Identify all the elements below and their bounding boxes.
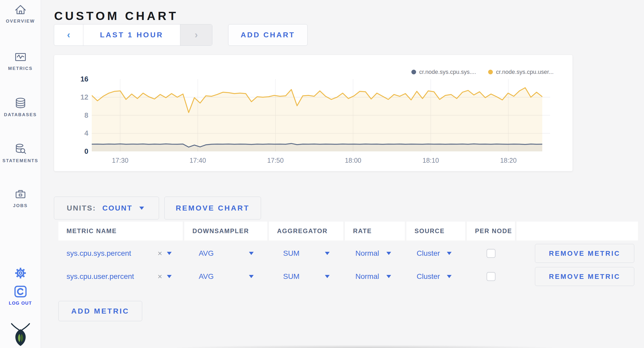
chevron-down-icon bbox=[167, 252, 172, 255]
time-range-next-button[interactable]: › bbox=[180, 24, 212, 45]
home-icon bbox=[13, 3, 28, 17]
remove-metric-button[interactable]: REMOVE METRIC bbox=[535, 244, 634, 263]
chevron-down-icon bbox=[386, 252, 391, 255]
column-header-per-node: PER NODE bbox=[467, 222, 515, 240]
legend-label: cr.node.sys.cpu.user... bbox=[496, 69, 554, 75]
metric-name-select[interactable]: sys.cpu.user.percent × bbox=[58, 272, 183, 281]
sidebar-item-label: DATABASES bbox=[0, 112, 41, 117]
legend-swatch bbox=[488, 70, 493, 74]
source-select[interactable]: Cluster bbox=[406, 272, 465, 281]
actions-cell: REMOVE METRIC bbox=[517, 244, 638, 263]
sidebar-item-jobs[interactable]: JOBS bbox=[0, 187, 41, 208]
actions-cell: REMOVE METRIC bbox=[517, 267, 638, 286]
cockroach-logo-icon bbox=[8, 322, 33, 346]
column-header-actions bbox=[517, 222, 638, 240]
aggregator-select[interactable]: SUM bbox=[269, 249, 343, 258]
chevron-down-icon bbox=[249, 252, 254, 255]
sidebar-item-databases[interactable]: DATABASES bbox=[0, 96, 41, 117]
sidebar-item-logout[interactable]: LOG OUT bbox=[0, 284, 41, 306]
per-node-checkbox[interactable] bbox=[487, 249, 495, 258]
jobs-icon bbox=[13, 187, 28, 201]
units-dropdown[interactable]: UNITS: COUNT bbox=[54, 197, 159, 219]
downsampler-select[interactable]: AVG bbox=[184, 272, 267, 281]
source-value: Cluster bbox=[417, 272, 440, 281]
sidebar-item-label: OVERVIEW bbox=[0, 19, 41, 24]
y-tick-label: 4 bbox=[69, 129, 88, 138]
chevron-down-icon bbox=[325, 275, 330, 278]
rate-select[interactable]: Normal bbox=[345, 249, 405, 258]
y-tick-label: 8 bbox=[69, 111, 88, 120]
legend-item[interactable]: cr.node.sys.cpu.sys.... bbox=[411, 69, 476, 75]
chevron-down-icon bbox=[167, 275, 172, 278]
metric-row: sys.cpu.sys.percent × AVG SUM Normal Clu… bbox=[58, 242, 638, 265]
time-range-picker: ‹ LAST 1 HOUR › bbox=[54, 24, 212, 46]
cockroach-c-icon bbox=[12, 284, 29, 300]
chevron-down-icon bbox=[447, 252, 452, 255]
remove-chart-button[interactable]: REMOVE CHART bbox=[164, 197, 261, 219]
sidebar-item-statements[interactable]: STATEMENTS bbox=[0, 142, 41, 163]
chevron-down-icon bbox=[325, 252, 330, 255]
chevron-down-icon bbox=[139, 207, 144, 210]
legend-item[interactable]: cr.node.sys.cpu.user... bbox=[488, 69, 554, 75]
downsampler-value: AVG bbox=[199, 249, 214, 258]
source-select[interactable]: Cluster bbox=[406, 249, 465, 258]
logout-label: LOG OUT bbox=[0, 301, 41, 306]
chevron-down-icon bbox=[386, 275, 391, 278]
y-tick-label: 0 bbox=[69, 147, 88, 156]
downsampler-select[interactable]: AVG bbox=[184, 249, 267, 258]
column-header-source: SOURCE bbox=[406, 222, 465, 240]
metric-name-select[interactable]: sys.cpu.sys.percent × bbox=[58, 249, 183, 258]
chevron-down-icon bbox=[249, 275, 254, 278]
time-range-label[interactable]: LAST 1 HOUR bbox=[83, 24, 180, 45]
sidebar-item-overview[interactable]: OVERVIEW bbox=[0, 3, 41, 24]
units-label: UNITS: bbox=[67, 204, 96, 212]
gear-icon bbox=[13, 266, 28, 280]
column-header-aggregator: AGGREGATOR bbox=[269, 222, 343, 240]
rate-select[interactable]: Normal bbox=[345, 272, 405, 281]
sidebar: OVERVIEW METRICS DATABASES bbox=[0, 0, 41, 348]
remove-metric-button[interactable]: REMOVE METRIC bbox=[535, 267, 634, 286]
clear-icon[interactable]: × bbox=[157, 272, 162, 281]
source-value: Cluster bbox=[417, 249, 440, 258]
x-tick-label: 18:00 bbox=[335, 157, 371, 164]
database-icon bbox=[13, 96, 28, 110]
page-title: CUSTOM CHART bbox=[54, 8, 178, 24]
chart-plot[interactable] bbox=[92, 79, 550, 153]
sidebar-item-label: METRICS bbox=[0, 66, 41, 71]
sidebar-item-metrics[interactable]: METRICS bbox=[0, 50, 41, 71]
column-header-rate: RATE bbox=[345, 222, 405, 240]
aggregator-select[interactable]: SUM bbox=[269, 272, 343, 281]
sidebar-item-label: STATEMENTS bbox=[0, 158, 41, 163]
custom-chart-page: OVERVIEW METRICS DATABASES bbox=[0, 0, 644, 348]
chevron-right-icon: › bbox=[195, 29, 198, 40]
y-tick-label: 16 bbox=[69, 75, 88, 84]
metric-name-value: sys.cpu.sys.percent bbox=[67, 249, 131, 258]
add-metric-button[interactable]: ADD METRIC bbox=[58, 301, 142, 321]
x-tick-label: 17:30 bbox=[102, 157, 139, 164]
aggregator-value: SUM bbox=[283, 249, 299, 258]
x-tick-label: 18:20 bbox=[490, 157, 527, 164]
x-tick-label: 17:50 bbox=[257, 157, 294, 164]
rate-value: Normal bbox=[355, 249, 379, 258]
add-chart-button[interactable]: ADD CHART bbox=[228, 24, 308, 46]
downsampler-value: AVG bbox=[199, 272, 214, 281]
sidebar-brand bbox=[0, 322, 41, 346]
sidebar-item-settings[interactable] bbox=[0, 266, 41, 280]
rate-value: Normal bbox=[355, 272, 379, 281]
chevron-left-icon: ‹ bbox=[67, 29, 70, 40]
sidebar-item-label: JOBS bbox=[0, 203, 41, 208]
legend-label: cr.node.sys.cpu.sys.... bbox=[419, 69, 476, 75]
time-range-prev-button[interactable]: ‹ bbox=[54, 24, 83, 45]
per-node-checkbox[interactable] bbox=[487, 272, 495, 281]
column-header-downsampler: DOWNSAMPLER bbox=[184, 222, 267, 240]
units-value: COUNT bbox=[102, 204, 132, 212]
series-area bbox=[92, 88, 542, 151]
metrics-table-header: METRIC NAME DOWNSAMPLER AGGREGATOR RATE … bbox=[58, 222, 638, 240]
metric-name-value: sys.cpu.user.percent bbox=[67, 272, 134, 281]
per-node-cell bbox=[467, 272, 515, 281]
chevron-down-icon bbox=[447, 275, 452, 278]
metrics-icon bbox=[13, 50, 28, 64]
x-tick-label: 17:40 bbox=[179, 157, 216, 164]
clear-icon[interactable]: × bbox=[157, 249, 162, 258]
per-node-cell bbox=[467, 249, 515, 258]
